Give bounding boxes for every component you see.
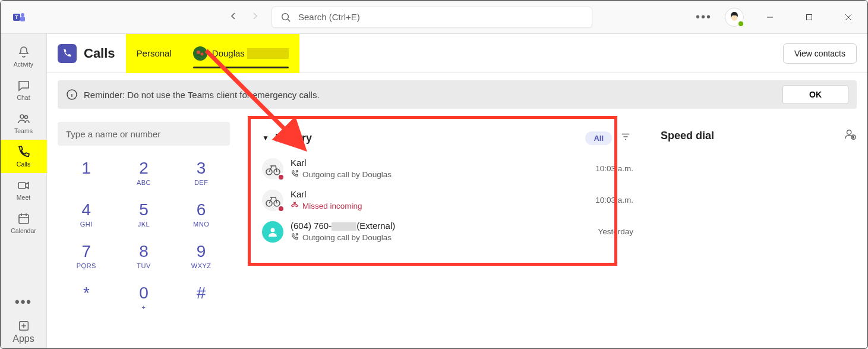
tab-label: Douglas xyxy=(212,48,245,58)
svg-point-22 xyxy=(271,228,275,232)
forward-icon xyxy=(250,11,260,23)
dialpad-digit: # xyxy=(197,285,206,301)
nav-chat[interactable]: Chat xyxy=(1,73,47,106)
dialpad-key-5[interactable]: 5JKL xyxy=(115,202,173,228)
svg-point-15 xyxy=(197,51,200,54)
history-item-sub: Outgoing call by Douglas xyxy=(291,169,588,180)
history-filter-all[interactable]: All xyxy=(585,131,612,145)
calendar-icon xyxy=(17,212,31,226)
history-item-time: Yesterday xyxy=(598,227,633,236)
svg-point-10 xyxy=(24,116,27,119)
app-rail: Activity Chat Teams Calls Meet Calendar … xyxy=(1,34,47,348)
presence-busy-icon xyxy=(277,174,285,181)
dialpad-key-1[interactable]: 1 xyxy=(58,160,115,186)
presence-busy-icon xyxy=(277,205,285,212)
dialpad-key-6[interactable]: 6MNO xyxy=(172,202,230,228)
emergency-banner: Reminder: Do not use the Teams client fo… xyxy=(58,80,857,109)
dialpad-key-*[interactable]: * xyxy=(58,285,115,311)
account-avatar-icon xyxy=(193,46,207,61)
teams-logo-icon: T xyxy=(11,10,27,25)
dialpad-letters: DEF xyxy=(194,179,209,186)
nav-label: Meet xyxy=(17,194,30,201)
add-speed-dial-icon[interactable] xyxy=(844,128,857,143)
filter-icon[interactable] xyxy=(618,129,633,147)
svg-rect-12 xyxy=(19,215,29,224)
dialpad-digit: 2 xyxy=(139,160,149,177)
dialpad-digit: 8 xyxy=(139,243,149,260)
dialpad-key-8[interactable]: 8TUV xyxy=(115,243,173,269)
speed-dial-title: Speed dial xyxy=(661,130,714,142)
svg-point-1 xyxy=(21,13,24,17)
svg-rect-2 xyxy=(20,17,25,21)
history-item-time: 10:03 a.m. xyxy=(595,164,633,173)
more-icon[interactable]: ••• xyxy=(696,10,712,24)
dialpad-key-4[interactable]: 4GHI xyxy=(58,202,115,228)
search-input[interactable] xyxy=(298,12,583,22)
dialpad-digit: 3 xyxy=(197,160,206,177)
dialpad-digit: 6 xyxy=(197,202,206,218)
dialpad-letters: TUV xyxy=(137,262,151,269)
dialpad-digit: 9 xyxy=(197,243,206,260)
svg-text:T: T xyxy=(15,14,18,20)
svg-point-4 xyxy=(282,13,289,20)
dial-input[interactable] xyxy=(58,122,230,146)
view-contacts-button[interactable]: View contacts xyxy=(783,43,857,64)
dialpad-key-7[interactable]: 7PQRS xyxy=(58,243,115,269)
svg-rect-11 xyxy=(18,183,26,188)
redacted-digits xyxy=(332,222,356,231)
banner-text: Reminder: Do not use the Teams client fo… xyxy=(84,90,320,100)
history-nav xyxy=(229,11,260,23)
nav-apps[interactable]: Apps xyxy=(1,315,47,348)
dialpad-key-3[interactable]: 3DEF xyxy=(172,160,230,186)
history-item-sub: Outgoing call by Douglas xyxy=(291,232,591,243)
video-icon xyxy=(17,178,31,193)
dialpad-digit: 0 xyxy=(139,285,149,301)
dialpad-key-9[interactable]: 9WXYZ xyxy=(172,243,230,269)
history-item-name: Karl xyxy=(291,189,588,200)
dialpad-key-0[interactable]: 0+ xyxy=(115,285,173,311)
search-box[interactable] xyxy=(272,7,592,28)
redacted-surname xyxy=(247,48,289,59)
dialpad-letters: + xyxy=(142,304,146,311)
banner-ok-button[interactable]: OK xyxy=(782,85,848,104)
history-item-time: 10:03 a.m. xyxy=(595,196,633,205)
tab-personal[interactable]: Personal xyxy=(126,34,182,73)
nav-activity[interactable]: Activity xyxy=(1,40,47,73)
phone-icon xyxy=(17,145,31,159)
people-icon xyxy=(17,112,31,126)
nav-more[interactable]: ••• xyxy=(1,289,47,315)
nav-calls[interactable]: Calls xyxy=(1,140,47,173)
dialpad-letters: PQRS xyxy=(77,262,96,269)
minimize-button[interactable] xyxy=(757,8,783,27)
dialpad-key-2[interactable]: 2ABC xyxy=(115,160,173,186)
tab-account-douglas[interactable]: Douglas xyxy=(182,34,299,73)
dialpad-letters: MNO xyxy=(193,221,209,228)
history-item-info: (604) 760-(External)Outgoing call by Dou… xyxy=(291,221,591,243)
info-icon xyxy=(66,89,78,100)
contact-avatar xyxy=(262,190,283,211)
nav-meet[interactable]: Meet xyxy=(1,173,47,206)
history-item[interactable]: KarlOutgoing call by Douglas10:03 a.m. xyxy=(248,153,643,184)
dialpad-letters: WXYZ xyxy=(191,262,212,269)
svg-point-7 xyxy=(731,15,737,21)
presence-available-icon xyxy=(737,20,744,27)
history-item[interactable]: KarlMissed incoming10:03 a.m. xyxy=(248,184,643,216)
history-item[interactable]: (604) 760-(External)Outgoing call by Dou… xyxy=(248,216,643,247)
dialpad-key-#[interactable]: # xyxy=(172,285,230,311)
nav-calendar[interactable]: Calendar xyxy=(1,206,47,240)
maximize-button[interactable] xyxy=(796,8,822,27)
history-item-sub: Missed incoming xyxy=(291,201,588,211)
dialpad-letters: JKL xyxy=(138,221,150,228)
collapse-caret-icon[interactable]: ▼ xyxy=(262,134,269,142)
nav-label: Apps xyxy=(12,334,34,344)
close-button[interactable] xyxy=(835,8,861,27)
current-user-avatar[interactable] xyxy=(725,8,744,27)
svg-point-16 xyxy=(200,52,203,55)
calls-header: Calls Personal Douglas View contacts xyxy=(47,34,867,73)
nav-label: Calls xyxy=(17,161,30,168)
nav-teams[interactable]: Teams xyxy=(1,106,47,140)
back-icon[interactable] xyxy=(229,11,238,23)
svg-point-23 xyxy=(847,130,851,134)
history-header: ▼ History All xyxy=(248,122,643,153)
nav-label: Chat xyxy=(17,94,30,101)
